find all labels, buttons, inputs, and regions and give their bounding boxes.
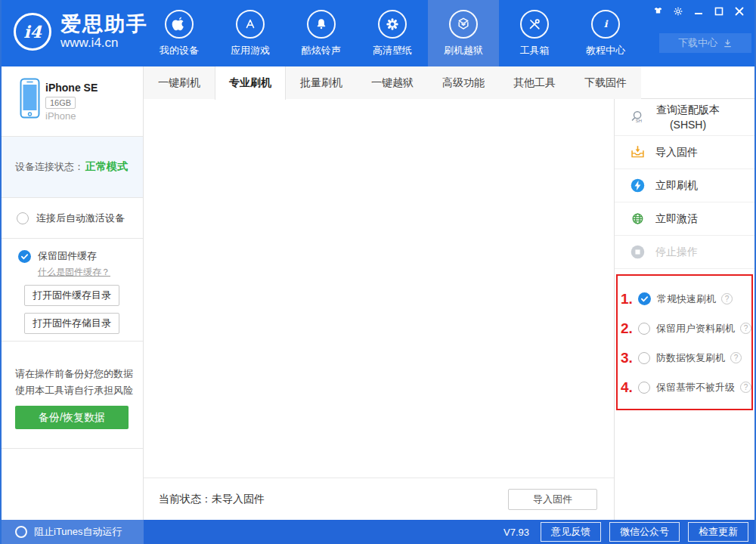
action-import-firmware[interactable]: 导入固件 bbox=[615, 136, 754, 169]
warning-line-1: 请在操作前备份好您的数据 bbox=[15, 366, 143, 382]
check-update-button[interactable]: 检查更新 bbox=[688, 522, 748, 542]
nav-tutorials[interactable]: i 教程中心 bbox=[570, 0, 641, 66]
app-header: i4 爱思助手 www.i4.cn 我的设备 应用游戏 bbox=[0, 0, 756, 66]
action-activate-now[interactable]: 立即激活 bbox=[615, 202, 754, 236]
nav-wallpapers[interactable]: 高清壁纸 bbox=[357, 0, 428, 66]
flash-options-highlight-box: 1. 常规快速刷机 ? 2. 保留用户资料刷机 ? 3. 防数据恢复刷机 ? bbox=[616, 274, 753, 410]
itunes-block-label: 阻止iTunes自动运行 bbox=[34, 525, 122, 539]
option-label: 常规快速刷机 bbox=[657, 292, 716, 306]
help-icon[interactable]: ? bbox=[730, 352, 742, 363]
app-logo: i4 爱思助手 www.i4.cn bbox=[14, 13, 148, 51]
tools-icon bbox=[527, 17, 542, 32]
action-query-shsh[interactable]: SH 查询适配版本 (SHSH) bbox=[615, 99, 754, 136]
tab-other-tools[interactable]: 其他工具 bbox=[499, 66, 570, 99]
action-label: 立即激活 bbox=[655, 212, 698, 226]
tab-advanced[interactable]: 高级功能 bbox=[428, 66, 499, 99]
top-nav: 我的设备 应用游戏 酷炫铃声 高清壁纸 bbox=[144, 0, 641, 66]
device-info-section: iPhone SE 16GB iPhone bbox=[0, 66, 143, 136]
nav-my-devices[interactable]: 我的设备 bbox=[144, 0, 215, 66]
nav-label: 应用游戏 bbox=[231, 44, 270, 57]
svg-text:SH: SH bbox=[636, 119, 642, 123]
nav-label: 我的设备 bbox=[160, 44, 199, 57]
itunes-block-row: 阻止iTunes自动运行 bbox=[0, 520, 144, 544]
nav-ringtones[interactable]: 酷炫铃声 bbox=[286, 0, 357, 66]
download-center-label: 下载中心 bbox=[678, 36, 717, 50]
warning-line-2: 使用本工具请自行承担风险 bbox=[15, 382, 143, 399]
nav-label: 教程中心 bbox=[586, 44, 625, 57]
settings-gear-icon[interactable] bbox=[672, 6, 684, 17]
theme-skin-icon[interactable] bbox=[652, 6, 664, 17]
open-storage-dir-button[interactable]: 打开固件存储目录 bbox=[24, 313, 119, 334]
close-icon[interactable] bbox=[733, 6, 745, 17]
download-center-button[interactable]: 下载中心 bbox=[659, 33, 751, 53]
keep-cache-label: 保留固件缓存 bbox=[38, 249, 97, 263]
logo-badge: i4 bbox=[14, 13, 51, 51]
nav-label: 刷机越狱 bbox=[444, 44, 483, 57]
help-icon[interactable]: ? bbox=[740, 382, 751, 393]
bell-icon bbox=[314, 17, 329, 32]
stop-icon bbox=[630, 244, 646, 260]
maximize-icon[interactable] bbox=[713, 6, 725, 17]
auto-activate-row: 连接后自动激活设备 bbox=[0, 198, 143, 239]
app-title: 爱思助手 bbox=[60, 13, 148, 36]
firmware-cache-section: 保留固件缓存 什么是固件缓存？ 打开固件缓存目录 打开固件存储目录 bbox=[0, 239, 143, 342]
option-radio[interactable] bbox=[638, 323, 650, 335]
option-radio[interactable] bbox=[638, 382, 650, 394]
main-content: 当前状态：未导入固件 导入固件 bbox=[144, 99, 614, 520]
option-radio-selected[interactable] bbox=[638, 292, 651, 305]
window-controls bbox=[652, 6, 745, 17]
feedback-button[interactable]: 意见反馈 bbox=[541, 522, 601, 542]
option-radio[interactable] bbox=[638, 352, 650, 364]
current-status-bar: 当前状态：未导入固件 导入固件 bbox=[144, 478, 614, 520]
help-icon[interactable]: ? bbox=[721, 293, 733, 304]
connection-status-label: 设备连接状态： bbox=[15, 160, 84, 174]
itunes-block-radio[interactable] bbox=[15, 526, 27, 538]
device-name: iPhone SE bbox=[45, 82, 98, 94]
option-label: 防数据恢复刷机 bbox=[656, 351, 725, 365]
nav-label: 酷炫铃声 bbox=[302, 44, 341, 57]
footer-actions: V7.93 意见反馈 微信公众号 检查更新 bbox=[144, 520, 756, 544]
cache-help-link[interactable]: 什么是固件缓存？ bbox=[38, 266, 110, 279]
keep-cache-checkbox[interactable] bbox=[18, 250, 31, 263]
option-number: 4. bbox=[621, 379, 638, 396]
jailbreak-box-icon bbox=[456, 17, 471, 32]
firmware-list-empty-area bbox=[144, 99, 614, 478]
help-icon[interactable]: ? bbox=[740, 323, 751, 334]
appstore-icon bbox=[243, 17, 258, 32]
wechat-button[interactable]: 微信公众号 bbox=[609, 522, 680, 542]
minimize-icon[interactable] bbox=[692, 6, 705, 17]
current-status-text: 当前状态：未导入固件 bbox=[144, 493, 265, 506]
tab-onekey-flash[interactable]: 一键刷机 bbox=[144, 66, 215, 99]
option-number: 1. bbox=[621, 291, 638, 308]
action-flash-now[interactable]: 立即刷机 bbox=[615, 169, 754, 202]
nav-apps-games[interactable]: 应用游戏 bbox=[215, 0, 286, 66]
flash-tabbar: 一键刷机 专业刷机 批量刷机 一键越狱 高级功能 其他工具 下载固件 bbox=[144, 66, 754, 99]
import-firmware-icon bbox=[630, 144, 646, 160]
iphone-icon bbox=[20, 78, 40, 120]
app-window: i4 爱思助手 www.i4.cn 我的设备 应用游戏 bbox=[0, 0, 756, 544]
tab-onekey-jailbreak[interactable]: 一键越狱 bbox=[357, 66, 428, 99]
auto-activate-label: 连接后自动激活设备 bbox=[36, 212, 125, 225]
svg-text:i: i bbox=[604, 18, 609, 29]
nav-flash-jailbreak[interactable]: 刷机越狱 bbox=[428, 0, 499, 66]
backup-restore-button[interactable]: 备份/恢复数据 bbox=[15, 406, 129, 429]
auto-activate-radio[interactable] bbox=[17, 212, 29, 224]
flash-option-2: 2. 保留用户资料刷机 ? bbox=[618, 314, 751, 343]
flower-icon bbox=[385, 17, 400, 32]
tab-batch-flash[interactable]: 批量刷机 bbox=[286, 66, 357, 99]
flash-option-4: 4. 保留基带不被升级 ? bbox=[618, 372, 751, 402]
nav-label: 工具箱 bbox=[520, 44, 550, 57]
activate-globe-icon bbox=[630, 211, 646, 227]
action-stop-operation: 停止操作 bbox=[615, 236, 754, 269]
option-number: 3. bbox=[621, 350, 638, 366]
info-icon: i bbox=[598, 17, 613, 32]
action-label: 导入固件 bbox=[655, 146, 698, 159]
import-firmware-button[interactable]: 导入固件 bbox=[508, 489, 597, 510]
tab-download-firmware[interactable]: 下载固件 bbox=[570, 66, 641, 99]
nav-toolbox[interactable]: 工具箱 bbox=[499, 0, 570, 66]
tab-pro-flash[interactable]: 专业刷机 bbox=[215, 66, 286, 100]
nav-label: 高清壁纸 bbox=[373, 44, 412, 57]
action-label: 查询适配版本 bbox=[656, 104, 720, 116]
open-cache-dir-button[interactable]: 打开固件缓存目录 bbox=[24, 285, 119, 306]
device-sidebar: iPhone SE 16GB iPhone 设备连接状态： 正常模式 连接后自动… bbox=[0, 66, 144, 520]
